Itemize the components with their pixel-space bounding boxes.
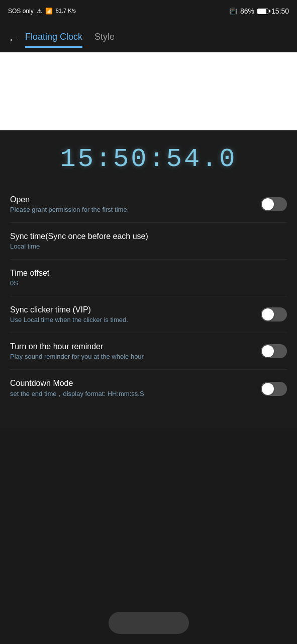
settings-item-sync-clicker-subtitle: Use Local time when the clicker is timed… [10,316,251,324]
sos-text: SOS only [8,8,34,15]
settings-item-open-title: Open [10,195,251,204]
tab-style[interactable]: Style [94,32,115,48]
clock-time-display: 15:50:54.0 [10,144,287,174]
settings-item-countdown-text: Countdown Mode set the end time，display … [10,379,261,398]
settings-item-time-offset-title: Time offset [10,269,277,278]
settings-item-hour-reminder-title: Turn on the hour reminder [10,342,251,351]
settings-area: 15:50:54.0 Open Please grant permission … [0,130,297,428]
settings-item-sync-time-title: Sync time(Sync once before each use) [10,232,277,241]
wifi-speed: 81.7 K/s [56,8,76,14]
settings-item-countdown-subtitle: set the end time，display format: HH:mm:s… [10,389,251,398]
settings-item-open: Open Please grant permission for the fir… [10,186,287,223]
toggle-open[interactable] [261,197,287,211]
settings-item-time-offset[interactable]: Time offset 0S [10,260,287,296]
toggle-countdown-knob [262,383,274,395]
clock-display: 15:50:54.0 [0,130,297,186]
settings-item-sync-clicker: Sync clicker time (VIP) Use Local time w… [10,296,287,333]
settings-item-hour-reminder-subtitle: Play sound reminder for you at the whole… [10,353,251,360]
back-button[interactable]: ← [8,33,19,46]
tab-floating-clock[interactable]: Floating Clock [25,32,82,48]
vibrate-icon: 📳 [229,8,237,15]
settings-item-sync-clicker-text: Sync clicker time (VIP) Use Local time w… [10,305,261,324]
wifi-icon: 📶 [45,8,53,15]
settings-item-sync-time-value: Local time [10,243,277,250]
top-nav: ← Floating Clock Style [0,22,297,52]
nav-tabs: Floating Clock Style [25,32,289,48]
settings-list: Open Please grant permission for the fir… [0,186,297,408]
status-bar: SOS only ⚠ 📶 81.7 K/s 📳 86% 15:50 [0,0,297,22]
battery-icon [257,9,268,14]
settings-item-sync-clicker-title: Sync clicker time (VIP) [10,305,251,314]
system-time: 15:50 [271,7,289,15]
settings-item-time-offset-value: 0S [10,279,277,287]
bottom-nav-bar [109,612,189,634]
preview-area [0,52,297,130]
settings-item-open-text: Open Please grant permission for the fir… [10,195,261,213]
battery-percent: 86% [240,7,254,15]
toggle-countdown[interactable] [261,382,287,396]
toggle-open-knob [262,198,274,210]
settings-item-countdown: Countdown Mode set the end time，display … [10,370,287,408]
settings-item-sync-time[interactable]: Sync time(Sync once before each use) Loc… [10,223,287,260]
status-left: SOS only ⚠ 📶 81.7 K/s [8,8,76,15]
settings-item-time-offset-text: Time offset 0S [10,269,287,287]
settings-item-hour-reminder-text: Turn on the hour reminder Play sound rem… [10,342,261,360]
settings-item-sync-time-text: Sync time(Sync once before each use) Loc… [10,232,287,250]
toggle-sync-clicker-knob [262,308,274,320]
toggle-sync-clicker[interactable] [261,307,287,321]
status-right: 📳 86% 15:50 [229,7,289,15]
settings-item-open-subtitle: Please grant permission for the first ti… [10,206,251,213]
toggle-hour-reminder-knob [262,345,274,357]
warning-icon: ⚠ [37,8,42,15]
toggle-hour-reminder[interactable] [261,344,287,358]
settings-item-hour-reminder: Turn on the hour reminder Play sound rem… [10,333,287,370]
settings-item-countdown-title: Countdown Mode [10,379,251,388]
